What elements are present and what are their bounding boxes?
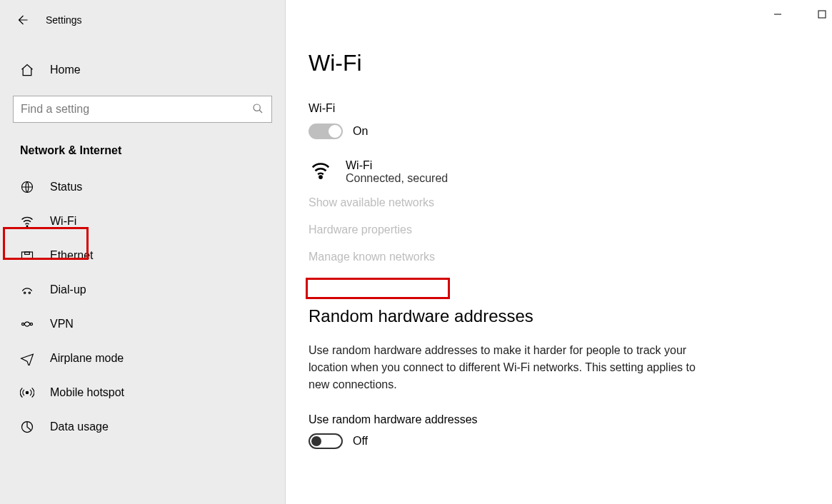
search-container [13, 96, 272, 123]
annotation-highlight-wifi [3, 227, 89, 260]
svg-point-0 [254, 104, 260, 111]
window-controls [768, 6, 832, 23]
home-icon [20, 63, 34, 77]
random-addresses-description: Use random hardware addresses to make it… [309, 342, 708, 393]
wifi-label: Wi-Fi [309, 102, 796, 115]
sidebar-item-label: Wi-Fi [50, 215, 76, 228]
random-addresses-toggle-state: Off [353, 435, 368, 448]
svg-point-12 [319, 176, 321, 178]
wifi-toggle-row: On [309, 124, 796, 139]
svg-point-6 [29, 292, 30, 293]
random-addresses-toggle[interactable] [309, 433, 343, 449]
svg-rect-11 [818, 11, 826, 18]
random-addresses-toggle-label: Use random hardware addresses [309, 413, 796, 426]
sidebar-item-dialup[interactable]: Dial-up [0, 273, 285, 307]
maximize-button[interactable] [812, 6, 832, 23]
wifi-toggle-state: On [353, 125, 368, 138]
page-title: Wi-Fi [309, 50, 796, 76]
sidebar-item-status[interactable]: Status [0, 170, 285, 204]
sidebar-item-airplane[interactable]: Airplane mode [0, 341, 285, 376]
sidebar-item-hotspot[interactable]: Mobile hotspot [0, 376, 285, 410]
random-addresses-heading: Random hardware addresses [309, 306, 796, 326]
sidebar-item-label: Dial-up [50, 283, 86, 296]
network-status: Connected, secured [346, 172, 448, 185]
sidebar-section-title: Network & Internet [20, 144, 285, 157]
dialup-icon [20, 283, 34, 297]
random-addresses-toggle-row: Off [309, 433, 796, 449]
annotation-highlight-manage-known [306, 278, 450, 299]
sidebar-item-label: Data usage [50, 420, 109, 433]
sidebar-item-label: Mobile hotspot [50, 386, 124, 399]
wifi-toggle[interactable] [309, 124, 343, 139]
sidebar-home[interactable]: Home [0, 54, 285, 86]
wifi-signal-icon [309, 159, 333, 181]
window-title: Settings [46, 14, 82, 26]
search-input[interactable] [13, 96, 272, 123]
current-network[interactable]: Wi-Fi Connected, secured [309, 159, 796, 185]
svg-point-5 [24, 292, 26, 293]
sidebar-item-label: Status [50, 181, 82, 193]
link-hardware-properties[interactable]: Hardware properties [309, 223, 412, 236]
svg-point-7 [22, 323, 24, 325]
link-manage-known-networks[interactable]: Manage known networks [309, 251, 435, 263]
back-button[interactable] [16, 14, 29, 26]
minimize-button[interactable] [768, 6, 788, 23]
globe-icon [20, 180, 34, 194]
hotspot-icon [20, 385, 34, 400]
sidebar-item-label: VPN [50, 318, 74, 331]
search-icon [252, 103, 264, 114]
airplane-icon [20, 351, 34, 366]
wifi-icon [20, 214, 34, 228]
main-content: Wi-Fi Wi-Fi On Wi-Fi Connected, secured … [286, 0, 832, 504]
svg-point-8 [30, 323, 32, 325]
svg-point-9 [26, 391, 28, 393]
sidebar-item-datausage[interactable]: Data usage [0, 410, 285, 444]
sidebar-item-vpn[interactable]: VPN [0, 307, 285, 341]
sidebar: Settings Home Network & Internet [0, 0, 286, 504]
vpn-icon [20, 317, 34, 331]
titlebar: Settings [0, 7, 285, 33]
sidebar-home-label: Home [50, 64, 81, 76]
data-usage-icon [20, 420, 34, 434]
link-show-available-networks[interactable]: Show available networks [309, 196, 434, 209]
arrow-left-icon [16, 14, 29, 26]
sidebar-item-label: Airplane mode [50, 352, 124, 365]
network-name: Wi-Fi [346, 159, 448, 172]
